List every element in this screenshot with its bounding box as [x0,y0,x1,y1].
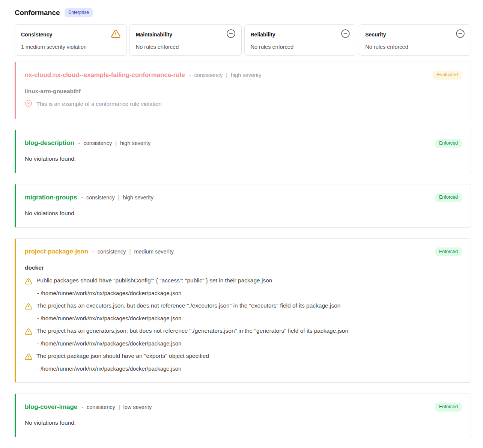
violation-item: Public packages should have "publishConf… [25,277,462,296]
rule-meta: - consistency | low severity [81,404,152,410]
violation-message: This is an example of a conformance rule… [36,101,162,107]
rule-meta: - consistency | medium severity [92,249,174,255]
warning-triangle-icon [25,353,32,362]
rule-name-link[interactable]: blog-description [25,139,74,147]
rule-card-blog-cover-image: blog-cover-image - consistency | low sev… [15,394,471,437]
rule-severity: low severity [123,404,152,410]
rule-card-example-failing-conformance-rule: nx-cloud:nx-cloud--example-failing-confo… [15,62,471,119]
summary-card-status: No rules enforced [251,44,351,50]
enforced-badge: Enforced [435,193,462,202]
summary-card-title: Security [365,29,386,38]
rule-card-migration-groups: migration-groups - consistency | high se… [15,184,471,228]
rule-severity: high severity [231,72,261,78]
summary-card-reliability: Reliability No rules enforced [244,24,357,56]
summary-card-title: Consistency [21,29,52,38]
rule-card-project-package-json: project-package-json - consistency | med… [15,238,471,383]
summary-card-consistency: Consistency 1 medium severity violation [15,24,127,56]
rule-name-link[interactable]: migration-groups [25,194,77,201]
summary-card-status: 1 medium severity violation [21,44,121,50]
summary-card-security: Security No rules enforced [359,24,471,56]
violation-row: This is an example of a conformance rule… [25,100,462,108]
violation-message: The project has an executors.json, but d… [36,302,340,309]
warning-triangle-icon [25,327,32,337]
rule-category: consistency [86,195,115,201]
enforced-badge: Enforced [435,139,462,148]
summary-card-maintainability: Maintainability No rules enforced [129,24,242,56]
violation-item: The project package.json should have an … [25,353,462,372]
rule-meta: - consistency | high severity [81,195,153,201]
summary-cards-row: Consistency 1 medium severity violation … [15,24,471,56]
violation-message: The project has an generators.json, but … [36,327,348,334]
violation-item: The project has an generators.json, but … [25,327,462,347]
page-title: Conformance [15,9,60,17]
violation-item: The project has an executors.json, but d… [25,302,462,321]
page-header: Conformance Enterprise [15,8,471,17]
rule-category: consistency [83,140,112,146]
rule-card-blog-description: blog-description - consistency | high se… [15,130,471,173]
violation-path: - /home/runner/work/nx/nx/packages/docke… [25,315,462,321]
violation-message: Public packages should have "publishConf… [36,277,272,284]
violation-path: - /home/runner/work/nx/nx/packages/docke… [25,365,462,372]
enterprise-badge: Enterprise [65,8,93,17]
summary-card-status: No rules enforced [136,44,236,50]
rule-severity: high severity [120,140,150,146]
evaluated-badge: Evaluated [433,71,462,80]
rule-name-link[interactable]: nx-cloud:nx-cloud--example-failing-confo… [25,71,185,79]
project-name: linux-arm-gnueabihf [25,88,462,95]
rule-name-link[interactable]: blog-cover-image [25,403,77,411]
summary-card-title: Maintainability [136,29,172,38]
warning-triangle-icon [111,29,121,40]
rules-list: nx-cloud:nx-cloud--example-failing-confo… [15,62,471,437]
enforced-badge: Enforced [435,247,462,256]
violation-message: The project package.json should have an … [36,353,209,359]
project-name: docker [25,264,462,271]
rule-meta: - consistency | high severity [78,140,151,146]
violation-path: - /home/runner/work/nx/nx/packages/docke… [25,340,462,347]
no-violations-text: No violations found. [25,210,462,217]
no-violations-text: No violations found. [25,155,462,162]
warning-triangle-icon [25,277,32,287]
summary-card-title: Reliability [251,29,275,38]
enforced-badge: Enforced [435,403,462,412]
minus-circle-icon [341,29,350,40]
rule-category: consistency [194,72,223,78]
minus-circle-icon [456,29,465,40]
rule-category: consistency [98,249,126,255]
rule-category: consistency [87,404,115,410]
rule-name-link[interactable]: project-package-json [25,248,88,255]
summary-card-status: No rules enforced [365,44,465,50]
no-violations-text: No violations found. [25,419,462,426]
conformance-page: Conformance Enterprise Consistency 1 med… [0,0,483,437]
violation-path: - /home/runner/work/nx/nx/packages/docke… [25,290,462,296]
minus-circle-icon [226,29,236,40]
x-circle-icon [25,100,32,108]
rule-meta: - consistency | high severity [189,72,262,78]
rule-severity: high severity [123,195,153,201]
warning-triangle-icon [25,302,32,312]
rule-severity: medium severity [134,249,174,255]
